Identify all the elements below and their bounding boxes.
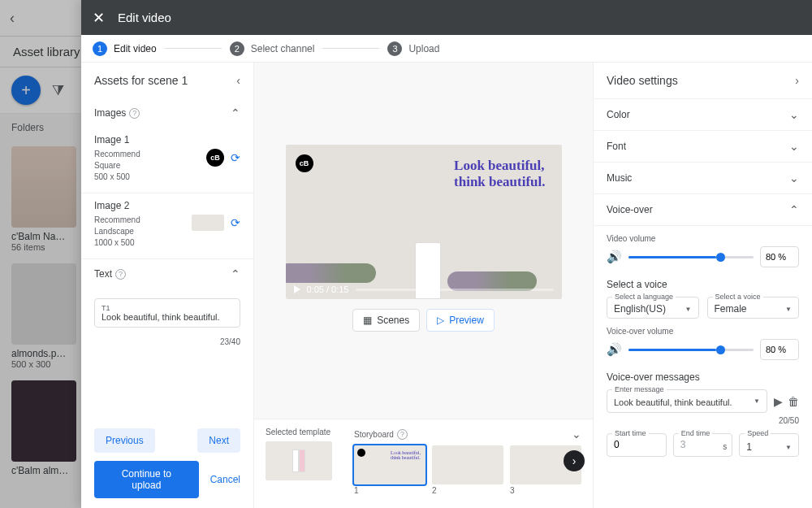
video-volume-slider[interactable] [628,256,754,258]
video-headline: Look beautiful, think beautiful. [454,158,545,191]
accordion-font[interactable]: Font⌄ [594,130,812,162]
voiceover-volume-slider[interactable] [628,349,754,351]
chevron-up-icon[interactable]: ⌃ [231,106,240,119]
brand-badge: cB [296,154,313,172]
speaker-icon[interactable]: 🔊 [607,250,622,264]
chevron-up-icon[interactable]: ⌃ [231,267,240,280]
accordion-color[interactable]: Color⌄ [594,98,812,130]
help-icon[interactable]: ? [115,269,126,280]
modal-scrim [0,0,81,508]
swap-icon[interactable]: ⟳ [231,216,240,229]
template-thumb[interactable] [266,441,332,480]
play-message-icon[interactable]: ▶ [774,395,783,408]
collapse-panel-icon[interactable]: ‹ [236,74,240,87]
storyboard-strip: Selected template Storyboard? ⌄ Look bea… [254,419,593,508]
modal-title: Edit video [118,11,171,24]
video-volume-input[interactable]: 80% [760,246,799,267]
chevron-down-icon: ⌄ [789,108,799,121]
chevron-right-icon[interactable]: › [795,74,799,87]
step-1[interactable]: 1Edit video [93,41,157,56]
chevron-down-icon: ⌄ [789,140,799,153]
voice-select[interactable]: Select a voice Female▼ [707,297,800,319]
select-voice-title: Select a voice [607,279,799,290]
settings-panel: Video settings › Color⌄ Font⌄ Music⌄ Voi… [593,63,812,508]
scenes-icon: ▦ [363,315,372,326]
storyboard-scene-1[interactable]: Look beautiful,think beautiful. [354,445,425,484]
message-input[interactable]: Enter message Look beautiful, think beau… [607,389,767,413]
char-count: 23/40 [81,334,253,346]
modal-header: ✕ Edit video [81,0,812,35]
start-time-input[interactable]: Start time 0 [607,433,667,457]
text-section-label: Text [94,268,112,280]
images-section-label: Images [94,107,126,119]
asset-image-2: Image 2 RecommendLandscape1000 x 500 ⟳ [81,193,253,259]
image2-thumb[interactable] [192,215,224,231]
voiceover-messages-title: Voice-over messages [607,371,799,383]
storyboard-label: Storyboard [354,430,394,439]
voiceover-volume-label: Voice-over volume [607,327,799,336]
cancel-button[interactable]: Cancel [210,474,240,485]
chevron-down-icon[interactable]: ⌄ [572,428,581,441]
chevron-down-icon: ⌄ [789,172,799,185]
video-volume-label: Video volume [607,234,799,243]
end-time-input: End time 3 s [673,433,733,457]
close-icon[interactable]: ✕ [93,9,105,27]
storyboard-next-icon[interactable]: › [564,450,585,471]
step-3[interactable]: 3Upload [387,41,439,56]
preview-button[interactable]: ▷Preview [426,309,495,332]
voiceover-volume-input[interactable]: 80% [760,339,799,360]
video-time: 0:05 / 0:15 [307,284,349,294]
preview-panel: cB Look beautiful, think beautiful. 0:05… [254,63,593,508]
continue-button[interactable]: Continue to upload [94,461,199,498]
speed-select[interactable]: Speed 1▼ [739,433,799,457]
speaker-icon[interactable]: 🔊 [607,342,622,357]
accordion-music[interactable]: Music⌄ [594,162,812,193]
asset-image-1: Image 1 RecommendSquare500 x 500 cB ⟳ [81,128,253,193]
assets-panel-title: Assets for scene 1 [94,74,188,87]
scenes-button[interactable]: ▦Scenes [352,309,420,332]
play-icon[interactable] [294,285,300,293]
edit-video-modal: ✕ Edit video 1Edit video 2Select channel… [81,0,812,508]
step-2[interactable]: 2Select channel [230,41,315,56]
swap-icon[interactable]: ⟳ [231,151,240,164]
language-select[interactable]: Select a language English(US)▼ [607,297,699,319]
accordion-voiceover[interactable]: Voice-over⌃ [594,193,812,225]
chevron-up-icon: ⌃ [789,203,799,216]
previous-button[interactable]: Previous [94,428,155,453]
selected-template-label: Selected template [266,428,343,436]
help-icon[interactable]: ? [129,108,140,119]
play-icon: ▷ [437,315,444,326]
video-progress[interactable] [356,289,554,291]
image1-thumb[interactable]: cB [206,149,224,167]
storyboard-scene-2[interactable] [432,445,503,484]
text-input-t1[interactable]: T1 Look beautiful, think beautiful. [94,298,240,328]
video-preview[interactable]: cB Look beautiful, think beautiful. 0:05… [286,145,562,299]
assets-panel: Assets for scene 1 ‹ Images ? ⌃ Image 1 … [81,63,254,508]
delete-message-icon[interactable]: 🗑 [788,395,799,408]
message-char-count: 20/50 [607,416,799,425]
help-icon[interactable]: ? [397,429,408,440]
stepper: 1Edit video 2Select channel 3Upload [81,35,812,63]
settings-title: Video settings [607,74,678,87]
next-button[interactable]: Next [197,428,240,453]
